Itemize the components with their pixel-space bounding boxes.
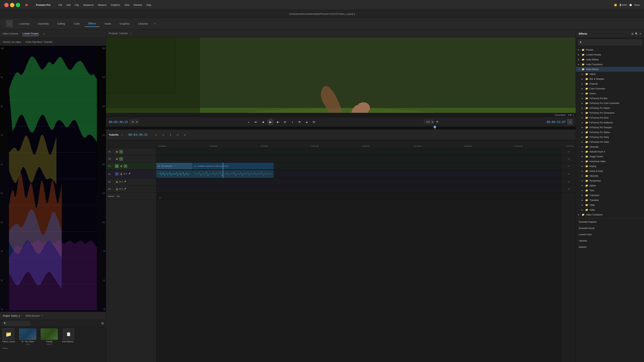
menu-file[interactable]: File [58, 3, 62, 6]
tree-item-obsolete[interactable]: ▶ 📁 Obsolete [576, 173, 644, 178]
tree-item-keying[interactable]: ▶ 📁 Keying [576, 164, 644, 169]
a2-track-row[interactable] [156, 178, 576, 185]
tree-item-fxfactory-generators[interactable]: ▶ 📁 FxFactory Pro Generators [576, 110, 644, 115]
menu-sequence[interactable]: Sequence [83, 3, 94, 6]
find-effects-button[interactable]: 🔍 [635, 32, 638, 35]
tree-item-channel[interactable]: ▶ 📁 Channel [576, 81, 644, 86]
ripple-edit-tool[interactable]: ⟦ [168, 132, 174, 138]
a2-lock[interactable]: 🔒 [115, 180, 118, 184]
menu-graphics[interactable]: Graphics [111, 3, 120, 6]
a3-m[interactable]: M [119, 188, 121, 190]
track-select-tool[interactable]: ⇒ [160, 132, 166, 138]
export-frame-button[interactable]: 📷 [311, 119, 317, 125]
v2-controls[interactable]: 🔒 V [115, 157, 123, 161]
timeline-menu-icon[interactable]: ≡ [122, 134, 123, 136]
markers-item[interactable]: Markers [576, 244, 644, 250]
mark-out-button[interactable]: ⬧ [290, 119, 295, 125]
mark-in-button[interactable]: ⬧ [246, 119, 252, 125]
tab-hamburger-icon[interactable]: ≡ [43, 32, 44, 35]
current-timecode[interactable]: 00:03:30;15 [109, 120, 128, 124]
tree-item-time[interactable]: ▶ 📁 Time [576, 188, 644, 193]
effects-search-input[interactable] [583, 41, 640, 44]
v1-clip-1[interactable]: 18 - The Tudors [V] [156, 163, 192, 169]
monitor-menu-icon[interactable]: ≡ [130, 32, 131, 34]
media-browser-icon[interactable]: >> [41, 315, 43, 317]
tree-item-hawaiki[interactable]: ▶ 📁 Hawaiki Keyer 4 [576, 149, 644, 154]
v3-track-row[interactable] [156, 148, 576, 155]
v2-lock[interactable]: 🔒 [115, 157, 118, 161]
go-to-in-button[interactable]: ⏮ [253, 119, 258, 125]
a3-s[interactable]: S [122, 188, 123, 190]
tree-item-fxfactory-distort[interactable]: ▶ 📁 FxFactory Pro Distort [576, 106, 644, 110]
a1-m[interactable]: M [124, 173, 125, 175]
tree-item-video-transitions[interactable]: ▶ 📁 Video Transitions [576, 212, 644, 217]
menu-clip[interactable]: Clip [75, 3, 79, 6]
go-to-out-button[interactable]: ⏭ [282, 119, 288, 125]
maximize-button[interactable] [16, 3, 20, 7]
tab-project[interactable]: Project: Tudors_1 ≡ [3, 315, 22, 317]
menu-window[interactable]: Window [134, 3, 142, 6]
tree-item-fxfactory-glow[interactable]: ▶ 📁 FxFactory Pro Glow [576, 115, 644, 120]
project-panel-tabs[interactable]: Project: Tudors_1 ≡ Media Browser >> [0, 312, 106, 320]
project-search[interactable]: 🔍 [2, 321, 31, 326]
v2-eye[interactable]: V [119, 157, 123, 161]
timeline-ruler[interactable]: 3:02:48;04 3:02:56;04 3:03:04;06 3:03:12… [106, 140, 576, 148]
a3-mic[interactable]: 🎤 [124, 188, 126, 190]
insert-button[interactable]: ⬒ [297, 119, 302, 125]
bit-depth-dropdown[interactable]: ▼ [572, 114, 574, 116]
step-forward-button[interactable]: ▶ [275, 119, 281, 125]
tab-audio-clip-mixer[interactable]: Audio Clip Mixer: Tudorific [25, 40, 52, 44]
a3-controls[interactable]: 🔒 M S 🎤 [115, 187, 126, 191]
tree-item-fxfactory-tiling[interactable]: ▶ 📁 FxFactory Pro Tiling [576, 135, 644, 139]
new-bin-button[interactable]: ⊞ [632, 32, 634, 35]
tree-item-fxfactory-halftones[interactable]: ▶ 📁 FxFactory Pro Halftones [576, 120, 644, 125]
project-item-auto-reframe[interactable]: 📋 Auto Reframe... [62, 329, 75, 343]
tree-item-video[interactable]: ▶ 📁 Video [576, 207, 644, 212]
ws-tab-editing[interactable]: Editing [54, 21, 69, 26]
workspace-more-button[interactable]: >> [154, 23, 156, 25]
a3-lock[interactable]: 🔒 [115, 187, 118, 191]
tab-effect-controls[interactable]: Effect Controls [3, 31, 18, 36]
essential-graphics-item[interactable]: Essential Graphics [576, 219, 644, 225]
effects-menu-button[interactable]: ≡ [640, 32, 641, 35]
project-item-folder[interactable]: 📁 Tudors_1.prproj [2, 329, 15, 343]
scrubber-bar[interactable] [106, 127, 576, 129]
master-track-row[interactable]: ▼ [156, 193, 576, 200]
minimize-button[interactable] [10, 3, 14, 7]
overwrite-button[interactable]: ⬓ [304, 119, 310, 125]
tree-item-presets[interactable]: ▶ 📁 Presets [576, 47, 644, 52]
v1-track-row[interactable]: 18 - The Tudors [V] 13 - Looking for Squ… [156, 162, 576, 170]
v1-lock[interactable]: 🔒 [119, 164, 123, 168]
selection-tool[interactable]: ↖ [153, 132, 159, 138]
libraries-item[interactable]: Libraries [576, 238, 644, 244]
tree-item-distort[interactable]: ▶ 📁 Distort [576, 91, 644, 96]
lumetri-color-item[interactable]: Lumetri Color [576, 231, 644, 238]
track-area[interactable]: -12 -12 -12 -18 -24 [156, 148, 576, 362]
v1-clip-2[interactable]: 13 - Looking for Squirrels (15-May-11).M… [192, 163, 274, 169]
ws-tab-color[interactable]: Color [70, 21, 83, 26]
tree-item-image-control[interactable]: ▶ 📁 Image Control [576, 154, 644, 159]
effects-search[interactable]: 🔍 [578, 39, 642, 45]
timeline-timecode[interactable]: 00:03:30;15 [128, 133, 148, 136]
a2-controls[interactable]: 🔒 M S 🎤 [115, 180, 126, 184]
project-view-icon[interactable]: ⊞ [101, 322, 104, 325]
a2-s[interactable]: S [122, 181, 123, 183]
workspace-bar[interactable]: ⌂ Learning Assembly Editing Color Effect… [0, 18, 644, 29]
tree-item-audio-transitions[interactable]: ▶ 📁 Audio Transitions [576, 62, 644, 67]
tree-item-video-effects[interactable]: ▼ 📁 Video Effects [576, 67, 644, 72]
clamp-checkbox[interactable]: ✓ [108, 114, 109, 116]
tree-item-adjust[interactable]: ▶ 📁 Adjust [576, 72, 644, 76]
fit-dropdown[interactable]: Fit [130, 120, 138, 124]
a3-track-row[interactable] [156, 185, 576, 193]
tree-item-blur-sharpen[interactable]: ▶ 📁 Blur & Sharpen [576, 76, 644, 81]
a1-clip-1[interactable] [156, 170, 192, 178]
tree-item-fxfactory-sharpen[interactable]: ▶ 📁 FxFactory Pro Sharpen [576, 125, 644, 130]
a2-mic[interactable]: 🎤 [124, 181, 126, 183]
left-panel-tabs[interactable]: Effect Controls Lumetri Scopes ≡ [0, 29, 106, 38]
tree-item-transform[interactable]: ▶ 📁 Transform [576, 193, 644, 198]
v1-controls[interactable]: V 🔒 👁 [115, 164, 127, 168]
v1-eye[interactable]: 👁 [124, 164, 127, 168]
ws-tab-assembly[interactable]: Assembly [34, 21, 52, 26]
menu-help[interactable]: Help [146, 3, 151, 6]
menu-bar[interactable]: File Edit Clip Sequence Markers Graphics… [58, 3, 151, 6]
